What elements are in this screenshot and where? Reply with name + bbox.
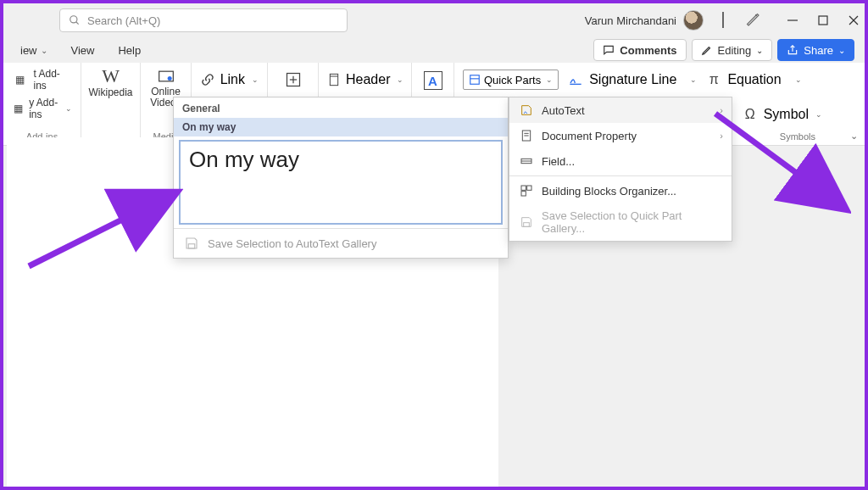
autotext-entry-title: On my way [174, 118, 508, 136]
share-button[interactable]: Share ⌄ [777, 39, 854, 61]
autotext-entry-preview[interactable]: On my way [179, 140, 503, 225]
wikipedia-icon: W [103, 68, 120, 85]
coming-soon-icon[interactable] [746, 13, 761, 28]
svg-rect-13 [470, 75, 480, 85]
addins-icon: ▦ [12, 71, 28, 88]
symbol-button[interactable]: Ω Symbol ⌄ [742, 106, 822, 123]
chevron-down-icon: ⌄ [546, 75, 553, 84]
equation-button[interactable]: π Equation ⌄ [705, 71, 801, 88]
organizer-icon [520, 184, 533, 198]
menu-item-field[interactable]: Field... [509, 148, 732, 174]
autotext-flyout: General On my way On my way Save Selecti… [173, 97, 509, 259]
avatar [683, 10, 704, 31]
search-input[interactable]: Search (Alt+Q) [59, 8, 348, 32]
flyout-heading-general: General [174, 97, 508, 118]
symbol-icon: Ω [742, 106, 759, 123]
chevron-down-icon: ⌄ [65, 104, 72, 113]
user-account[interactable]: Varun Mirchandani [585, 10, 704, 31]
save-icon [520, 215, 533, 229]
maximize-button[interactable] [817, 14, 829, 26]
svg-rect-11 [330, 74, 337, 85]
svg-rect-3 [819, 16, 827, 25]
svg-rect-25 [188, 244, 195, 248]
menu-item-save-autotext: Save Selection to AutoText Gallery [174, 228, 508, 258]
chevron-right-icon: › [720, 131, 723, 141]
quick-parts-menu: AutoText › Document Property › Field... … [509, 97, 732, 242]
link-icon [200, 71, 215, 88]
svg-rect-23 [521, 192, 526, 196]
svg-point-7 [167, 76, 171, 81]
menu-item-autotext[interactable]: AutoText › [509, 97, 732, 123]
table-insert-icon [285, 71, 302, 88]
menu-item-building-blocks[interactable]: Building Blocks Organizer... [509, 178, 732, 203]
tab-help[interactable]: Help [106, 37, 153, 63]
chevron-down-icon: ⌄ [397, 75, 403, 84]
my-addins-button[interactable]: ▦ y Add-ins⌄ [12, 97, 72, 120]
get-addins-button[interactable]: ▦ t Add-ins [12, 68, 72, 92]
save-icon [184, 236, 199, 251]
pencil-icon [701, 44, 713, 56]
cross-reference-button[interactable] [276, 71, 309, 88]
wikipedia-button[interactable]: W Wikipedia [90, 68, 131, 98]
addins-icon: ▦ [12, 100, 24, 117]
menu-item-document-property[interactable]: Document Property › [509, 123, 732, 148]
premium-icon[interactable] [722, 13, 724, 28]
svg-rect-24 [524, 223, 530, 227]
svg-point-0 [70, 16, 77, 23]
svg-line-1 [76, 22, 79, 25]
text-box-icon: A [424, 71, 442, 90]
chevron-down-icon: ⌄ [838, 46, 845, 55]
user-name: Varun Mirchandani [585, 14, 676, 27]
tab-partial-left[interactable]: iew⌄ [8, 37, 59, 63]
link-button[interactable]: Link ⌄ [200, 71, 259, 88]
comment-icon [603, 44, 615, 56]
close-button[interactable] [848, 14, 860, 26]
video-icon [158, 68, 175, 85]
menu-item-save-quickpart: Save Selection to Quick Part Gallery... [509, 203, 732, 241]
minimize-button[interactable] [787, 14, 798, 26]
text-box-button[interactable]: A [420, 71, 445, 90]
autotext-icon [520, 103, 533, 117]
field-icon [520, 154, 533, 168]
editing-button[interactable]: Editing ⌄ [692, 39, 773, 61]
ribbon-collapse-button[interactable]: ⌄ [850, 131, 858, 142]
signature-line-button[interactable]: Signature Line ⌄ [567, 71, 697, 88]
chevron-down-icon: ⌄ [815, 110, 822, 119]
chevron-down-icon: ⌄ [690, 75, 697, 84]
header-button[interactable]: Header ⌄ [327, 71, 403, 88]
share-icon [787, 44, 798, 56]
signature-icon [567, 71, 584, 88]
quick-parts-button[interactable]: Quick Parts ⌄ [463, 70, 559, 90]
window-controls [787, 14, 860, 26]
chevron-down-icon: ⌄ [41, 46, 47, 55]
svg-rect-21 [521, 186, 526, 190]
tab-view[interactable]: View [59, 37, 107, 63]
svg-rect-22 [527, 186, 531, 190]
comments-button[interactable]: Comments [593, 39, 686, 61]
page-icon [327, 71, 341, 88]
chevron-right-icon: › [720, 105, 723, 115]
document-icon [520, 129, 533, 142]
title-bar: Search (Alt+Q) Varun Mirchandani [3, 3, 865, 37]
autotext-entry-text: On my way [189, 147, 299, 173]
chevron-down-icon: ⌄ [756, 46, 763, 55]
chevron-down-icon: ⌄ [252, 75, 259, 84]
search-placeholder: Search (Alt+Q) [87, 14, 160, 27]
search-icon [69, 14, 81, 26]
quick-parts-icon [469, 74, 481, 86]
chevron-down-icon: ⌄ [795, 75, 802, 84]
equation-icon: π [705, 71, 722, 88]
tabs-row: iew⌄ View Help Comments Editing ⌄ Share … [3, 37, 865, 63]
